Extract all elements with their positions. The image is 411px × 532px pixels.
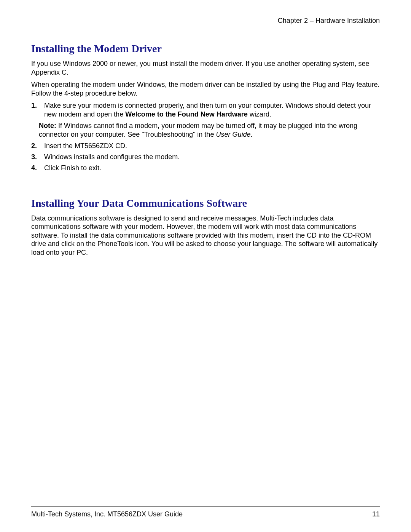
section-installing-modem-driver: Installing the Modem Driver If you use W…	[31, 43, 380, 173]
step-content: Insert the MT5656ZDX CD.	[44, 142, 380, 150]
step-content: Click Finish to exit.	[44, 164, 380, 173]
step1-bold: Welcome to the Found New Hardware	[125, 110, 248, 118]
step-2: 2. Insert the MT5656ZDX CD.	[31, 142, 380, 150]
chapter-label: Chapter 2 – Hardware Installation	[278, 17, 380, 24]
page-header: Chapter 2 – Hardware Installation	[31, 17, 380, 28]
step-4: 4. Click Finish to exit.	[31, 164, 380, 173]
step-content: Make sure your modem is connected proper…	[44, 101, 380, 119]
footer-left: Multi-Tech Systems, Inc. MT5656ZDX User …	[31, 510, 183, 518]
step-number: 3.	[31, 153, 44, 161]
section-title-1: Installing the Modem Driver	[31, 43, 380, 55]
note-label: Note:	[39, 122, 56, 129]
page-footer: Multi-Tech Systems, Inc. MT5656ZDX User …	[31, 506, 380, 518]
step-number: 4.	[31, 164, 44, 173]
step-number: 2.	[31, 142, 44, 150]
step-3: 3. Windows installs and configures the m…	[31, 153, 380, 161]
section-title-2: Installing Your Data Communications Soft…	[31, 197, 380, 209]
section1-para2: When operating the modem under Windows, …	[31, 80, 380, 97]
step-content: Windows installs and configures the mode…	[44, 153, 380, 161]
document-page: Chapter 2 – Hardware Installation Instal…	[0, 0, 411, 532]
note-block: Note: If Windows cannot find a modem, yo…	[39, 121, 380, 139]
step-number: 1.	[31, 101, 44, 119]
step-1: 1. Make sure your modem is connected pro…	[31, 101, 380, 119]
note-italic: User Guide	[216, 131, 250, 138]
note-text-a: If Windows cannot find a modem, your mod…	[39, 122, 357, 138]
footer-page-number: 11	[372, 510, 380, 518]
section-installing-software: Installing Your Data Communications Soft…	[31, 197, 380, 257]
section1-para1: If you use Windows 2000 or newer, you mu…	[31, 59, 380, 77]
step1-text-b: wizard.	[248, 110, 271, 118]
note-text-b: .	[250, 131, 252, 138]
section2-para1: Data communications software is designed…	[31, 214, 380, 257]
